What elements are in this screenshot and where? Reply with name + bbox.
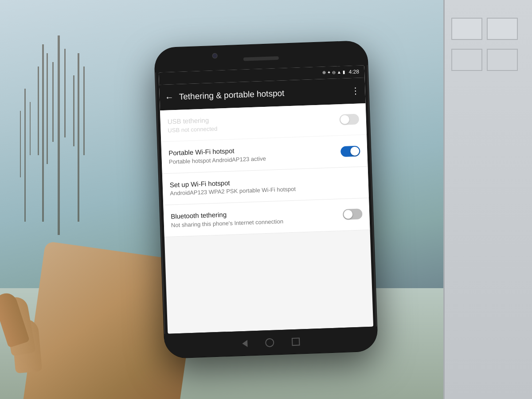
phone-screen: ⊕ ✦ ⊖ ▲ ▮ 4:28 ← Tethering & portable ho… xyxy=(159,65,373,334)
svg-rect-9 xyxy=(24,89,26,222)
status-icons-group: ⊕ ✦ ⊖ ▲ ▮ xyxy=(322,70,345,75)
nav-back-button[interactable] xyxy=(242,340,248,347)
svg-rect-11 xyxy=(30,102,31,155)
svg-rect-5 xyxy=(64,49,66,137)
bluetooth-icon: ✦ xyxy=(327,70,331,75)
svg-rect-3 xyxy=(58,35,60,235)
usb-tethering-toggle-knob xyxy=(340,115,349,125)
front-camera xyxy=(212,53,217,59)
svg-rect-10 xyxy=(20,111,21,177)
back-button[interactable]: ← xyxy=(164,93,174,102)
usb-tethering-text: USB tethering USB not connected xyxy=(167,111,340,134)
window-1 xyxy=(451,18,482,40)
earpiece-speaker xyxy=(243,56,279,61)
more-options-button[interactable]: ⋮ xyxy=(351,85,360,96)
svg-rect-7 xyxy=(73,75,74,146)
building xyxy=(443,0,532,399)
bluetooth-tethering-toggle[interactable] xyxy=(343,209,363,220)
status-time: 4:28 xyxy=(348,68,359,75)
window-4 xyxy=(487,49,518,71)
bluetooth-tethering-item: Bluetooth tethering Not sharing this pho… xyxy=(163,198,370,237)
usb-tethering-toggle[interactable] xyxy=(339,114,359,125)
battery-icon: ▮ xyxy=(343,70,345,74)
settings-list: USB tethering USB not connected Portable… xyxy=(160,103,370,237)
setup-wifi-text: Set up Wi-Fi hotspot AndroidAP123 WPA2 P… xyxy=(169,174,361,197)
wifi-calling-icon: ⊕ xyxy=(322,70,326,75)
svg-rect-4 xyxy=(52,62,54,142)
window-2 xyxy=(487,18,518,40)
window-3 xyxy=(451,49,482,71)
svg-rect-1 xyxy=(38,66,39,155)
wifi-hotspot-toggle-knob xyxy=(350,146,360,156)
signal-icon: ▲ xyxy=(337,70,341,74)
phone-device: ⊕ ✦ ⊖ ▲ ▮ 4:28 ← Tethering & portable ho… xyxy=(154,41,378,358)
svg-rect-0 xyxy=(42,44,44,222)
app-bar-title: Tethering & portable hotspot xyxy=(179,86,346,102)
wifi-hotspot-text: Portable Wi-Fi hotspot Portable hotspot … xyxy=(168,143,341,166)
data-saver-icon: ⊖ xyxy=(332,70,336,74)
bluetooth-tethering-toggle-knob xyxy=(344,210,353,219)
svg-rect-2 xyxy=(47,53,48,164)
wifi-hotspot-toggle[interactable] xyxy=(340,145,360,157)
nav-recents-button[interactable] xyxy=(292,337,300,346)
phone-wrapper: ⊕ ✦ ⊖ ▲ ▮ 4:28 ← Tethering & portable ho… xyxy=(154,41,378,358)
nav-home-button[interactable] xyxy=(265,338,274,347)
svg-rect-6 xyxy=(78,53,79,222)
bluetooth-tethering-text: Bluetooth tethering Not sharing this pho… xyxy=(171,206,343,229)
svg-rect-8 xyxy=(83,66,85,155)
